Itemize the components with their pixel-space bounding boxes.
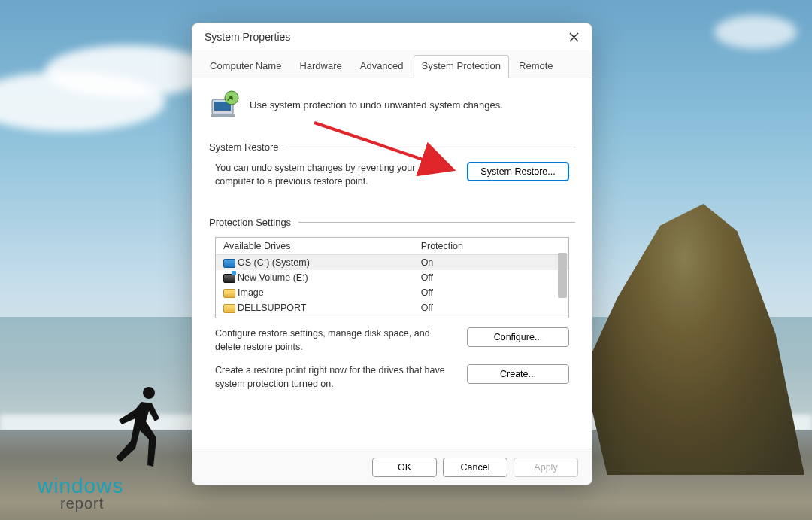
system-restore-legend: System Restore xyxy=(209,141,278,153)
scrollbar-thumb[interactable] xyxy=(558,253,567,298)
folder-icon xyxy=(223,289,235,298)
titlebar: System Properties xyxy=(192,23,592,50)
dialog-title: System Properties xyxy=(205,31,562,43)
watermark-logo: windows report xyxy=(38,476,123,511)
create-button[interactable]: Create... xyxy=(467,364,569,384)
watermark-line2: report xyxy=(38,497,123,511)
drive-row[interactable]: New Volume (E:) Off xyxy=(216,270,568,285)
configure-button[interactable]: Configure... xyxy=(467,327,569,347)
drives-header-row: Available Drives Protection xyxy=(216,238,568,255)
close-button[interactable] xyxy=(562,25,586,49)
watermark-line1: windows xyxy=(38,476,123,497)
system-protection-icon xyxy=(209,89,241,120)
drive-system-icon xyxy=(223,259,235,268)
dialog-footer: OK Cancel Apply xyxy=(192,449,592,485)
ok-button[interactable]: OK xyxy=(372,458,437,477)
protection-settings-group: Protection Settings Available Drives Pro… xyxy=(209,217,575,391)
tab-hardware[interactable]: Hardware xyxy=(291,55,350,78)
col-available-drives: Available Drives xyxy=(216,238,414,255)
tab-bar: Computer Name Hardware Advanced System P… xyxy=(192,50,592,78)
protection-settings-legend: Protection Settings xyxy=(209,217,291,228)
svg-line-0 xyxy=(314,123,447,168)
drives-list[interactable]: Available Drives Protection OS (C:) (Sys… xyxy=(215,237,569,318)
col-protection: Protection xyxy=(414,238,568,255)
runner-silhouette xyxy=(113,381,173,471)
drive-row[interactable]: DELLSUPPORT Off xyxy=(216,300,568,315)
intro-text: Use system protection to undo unwanted s… xyxy=(250,99,503,111)
tab-system-protection[interactable]: System Protection xyxy=(414,55,510,78)
folder-icon xyxy=(223,304,235,313)
system-properties-dialog: System Properties Computer Name Hardware… xyxy=(192,23,592,485)
create-text: Create a restore point right now for the… xyxy=(215,364,456,391)
svg-rect-3 xyxy=(211,114,235,117)
close-icon xyxy=(569,32,579,42)
drive-volume-icon xyxy=(223,274,235,283)
tab-advanced[interactable]: Advanced xyxy=(352,55,412,78)
tab-computer-name[interactable]: Computer Name xyxy=(201,55,289,78)
tab-remote[interactable]: Remote xyxy=(511,55,562,78)
system-restore-button[interactable]: System Restore... xyxy=(467,162,569,181)
cancel-button[interactable]: Cancel xyxy=(443,458,508,477)
drive-row[interactable]: Image Off xyxy=(216,285,568,300)
apply-button[interactable]: Apply xyxy=(514,458,578,477)
drive-row[interactable]: OS (C:) (System) On xyxy=(216,255,568,271)
annotation-arrow xyxy=(308,117,466,184)
configure-text: Configure restore settings, manage disk … xyxy=(215,327,456,354)
